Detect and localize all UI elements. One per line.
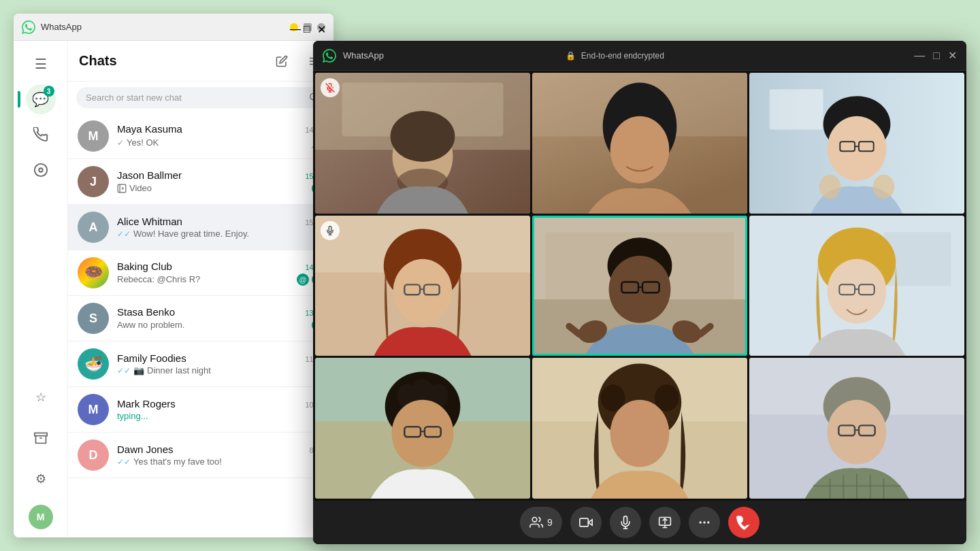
check-icon-alice: ✓✓ bbox=[117, 229, 131, 239]
avatar-alice: A bbox=[78, 212, 109, 243]
avatar-family: 🍜 bbox=[78, 348, 109, 380]
svg-point-103 bbox=[703, 521, 705, 523]
mention-badge-baking: @ bbox=[297, 273, 309, 286]
video-whatsapp-logo bbox=[323, 49, 336, 63]
chat-name-family: Family Foodies bbox=[117, 352, 186, 364]
person-silhouette-9 bbox=[749, 358, 964, 499]
svg-point-26 bbox=[610, 116, 670, 184]
chat-info-maya: Maya Kasuma 14:54 ✓ Yes! OK 📌 bbox=[117, 123, 324, 149]
chat-info-baking: Baking Club 14:43 Rebecca: @Chris R? @ 1 bbox=[117, 261, 324, 286]
chat-msg-stasa: Aww no problem. bbox=[117, 320, 312, 330]
video-title-bar: WhatsApp 🔒 End-to-end endcrypted — □ ✕ bbox=[313, 41, 966, 71]
svg-point-79 bbox=[610, 400, 670, 467]
video-cell-1 bbox=[315, 73, 530, 214]
svg-rect-2 bbox=[34, 433, 46, 436]
chat-msg-alice: ✓✓ Wow! Have great time. Enjoy. bbox=[117, 229, 324, 239]
end-call-button[interactable] bbox=[728, 507, 760, 538]
chat-item-dawn[interactable]: D Dawn Jones 8:32 ✓✓ Yes that's my fave … bbox=[68, 433, 333, 478]
window-controls: — □ ✕ bbox=[290, 23, 325, 31]
person-silhouette-5 bbox=[532, 216, 747, 356]
svg-rect-95 bbox=[580, 518, 589, 527]
chat-name-baking: Baking Club bbox=[117, 261, 172, 272]
person-silhouette-3 bbox=[749, 73, 964, 214]
my-avatar[interactable]: M bbox=[29, 505, 53, 529]
chat-msg-dawn: ✓✓ Yes that's my fave too! bbox=[117, 456, 324, 467]
participants-button[interactable]: 9 bbox=[520, 507, 562, 538]
chat-item-stasa[interactable]: S Stasa Benko 13:56 Aww no problem. 2 bbox=[68, 296, 333, 341]
mic-overlay-4 bbox=[321, 221, 340, 240]
chats-title: Chats bbox=[79, 53, 117, 69]
svg-point-49 bbox=[609, 256, 671, 323]
check-icon-maya: ✓ bbox=[117, 138, 124, 148]
svg-point-18 bbox=[391, 111, 455, 162]
svg-point-35 bbox=[873, 175, 895, 199]
chat-item-jason[interactable]: J Jason Ballmer 15:26 Video 3 bbox=[68, 159, 333, 205]
chat-item-baking[interactable]: 🍩 Baking Club 14:43 Rebecca: @Chris R? @… bbox=[68, 250, 333, 296]
video-cell-6 bbox=[749, 216, 964, 356]
chat-name-jason: Jason Ballmer bbox=[117, 169, 182, 181]
minimize-button[interactable]: — bbox=[290, 23, 298, 31]
share-screen-button[interactable] bbox=[649, 507, 681, 538]
sidebar-calls-icon[interactable] bbox=[26, 120, 56, 150]
sidebar-bottom: ☆ ⚙ M bbox=[26, 382, 56, 529]
video-close-button[interactable]: ✕ bbox=[948, 50, 957, 61]
chat-name-stasa: Stasa Benko bbox=[117, 306, 175, 318]
sidebar-starred-icon[interactable]: ☆ bbox=[26, 382, 56, 412]
video-bg-8 bbox=[532, 358, 747, 499]
chat-item-family[interactable]: 🍜 Family Foodies 11:21 ✓✓ 📷 Dinner last … bbox=[68, 341, 333, 387]
avatar-maya: M bbox=[78, 120, 109, 152]
svg-point-0 bbox=[34, 164, 46, 176]
person-silhouette-1 bbox=[315, 73, 530, 214]
search-input[interactable] bbox=[76, 87, 325, 108]
video-window-controls: — □ ✕ bbox=[914, 50, 957, 61]
chat-item-alice[interactable]: A Alice Whitman 15:12 ✓✓ Wow! Have great… bbox=[68, 205, 333, 250]
video-bg-3 bbox=[749, 73, 964, 214]
video-bg-2 bbox=[532, 73, 747, 214]
chat-item-mark[interactable]: M Mark Rogers 10:56 typing... bbox=[68, 387, 333, 433]
chat-list: M Maya Kasuma 14:54 ✓ Yes! OK 📌 bbox=[68, 114, 333, 537]
avatar-mark: M bbox=[78, 394, 109, 425]
avatar-baking: 🍩 bbox=[78, 257, 109, 288]
video-bg-4 bbox=[315, 216, 530, 356]
more-options-button[interactable] bbox=[689, 507, 720, 538]
main-title: WhatsApp bbox=[41, 22, 290, 32]
new-chat-button[interactable] bbox=[271, 50, 293, 72]
video-maximize-button[interactable]: □ bbox=[933, 50, 940, 61]
chat-item-maya[interactable]: M Maya Kasuma 14:54 ✓ Yes! OK 📌 bbox=[68, 114, 333, 159]
svg-point-1 bbox=[39, 168, 43, 172]
sidebar-status-icon[interactable] bbox=[26, 155, 56, 185]
chat-info-mark: Mark Rogers 10:56 typing... bbox=[117, 398, 324, 421]
main-window: WhatsApp — □ ✕ ☰ 💬 3 ☆ bbox=[14, 14, 333, 537]
video-toggle-button[interactable] bbox=[570, 507, 602, 538]
sidebar-chats-icon[interactable]: 💬 3 bbox=[26, 84, 56, 114]
svg-point-104 bbox=[707, 521, 709, 523]
sidebar: ☰ 💬 3 ☆ ⚙ bbox=[14, 41, 68, 537]
video-grid bbox=[313, 71, 966, 501]
chat-name-alice: Alice Whitman bbox=[117, 216, 182, 227]
video-control-icon bbox=[579, 516, 593, 529]
maximize-button[interactable]: □ bbox=[304, 23, 312, 31]
sidebar-archived-icon[interactable] bbox=[26, 423, 56, 453]
avatar-dawn: D bbox=[78, 439, 109, 471]
call-controls-bar: 9 bbox=[313, 501, 966, 544]
chat-msg-baking: Rebecca: @Chris R? bbox=[117, 274, 297, 284]
video-bg-6 bbox=[749, 216, 964, 356]
svg-point-83 bbox=[828, 400, 887, 465]
svg-rect-28 bbox=[770, 89, 823, 129]
avatar-jason: J bbox=[78, 166, 109, 197]
video-cell-2 bbox=[532, 73, 747, 214]
sidebar-menu-icon[interactable]: ☰ bbox=[26, 49, 56, 79]
person-silhouette-4 bbox=[315, 216, 530, 356]
svg-marker-94 bbox=[588, 520, 592, 525]
sidebar-settings-icon[interactable]: ⚙ bbox=[26, 464, 56, 494]
chats-badge: 3 bbox=[44, 86, 54, 97]
close-button[interactable]: ✕ bbox=[317, 23, 325, 31]
chat-name-maya: Maya Kasuma bbox=[117, 123, 182, 135]
chat-info-alice: Alice Whitman 15:12 ✓✓ Wow! Have great t… bbox=[117, 216, 324, 239]
mic-toggle-button[interactable] bbox=[610, 507, 641, 538]
video-minimize-button[interactable]: — bbox=[914, 50, 925, 61]
chat-info-jason: Jason Ballmer 15:26 Video 3 bbox=[117, 169, 324, 195]
chat-header: Chats bbox=[68, 41, 333, 82]
check-icon-dawn: ✓✓ bbox=[117, 457, 131, 467]
participant-count: 9 bbox=[547, 517, 553, 528]
